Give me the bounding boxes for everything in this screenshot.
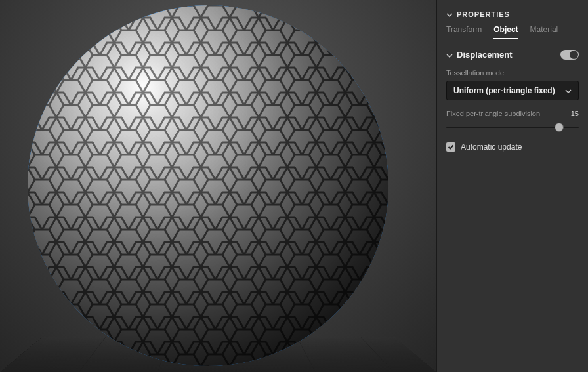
subdivision-value: 15 xyxy=(571,110,579,117)
panel-title: PROPERTIES xyxy=(457,10,510,18)
subdivision-slider[interactable] xyxy=(446,121,579,133)
properties-panel: PROPERTIES Transform Object Material Dis… xyxy=(436,0,588,372)
svg-rect-4 xyxy=(28,5,388,366)
chevron-down-icon xyxy=(565,87,572,94)
tessellation-label: Tessellation mode xyxy=(446,69,579,77)
displacement-toggle[interactable] xyxy=(560,50,579,60)
tab-transform[interactable]: Transform xyxy=(446,25,482,39)
slider-thumb[interactable] xyxy=(555,123,564,132)
tessellation-mode-select[interactable]: Uniform (per-triangle fixed) xyxy=(446,81,579,100)
subdivision-row: Fixed per-triangle subdivision 15 xyxy=(446,110,579,117)
automatic-update-checkbox[interactable]: Automatic update xyxy=(446,142,579,152)
select-value: Uniform (per-triangle fixed) xyxy=(453,86,555,95)
viewport-3d[interactable] xyxy=(0,0,436,372)
displacement-section-header[interactable]: Displacement xyxy=(446,50,579,60)
checkbox-box xyxy=(446,142,455,152)
subdivision-label: Fixed per-triangle subdivision xyxy=(446,110,540,117)
panel-header[interactable]: PROPERTIES xyxy=(446,10,579,18)
chevron-down-icon xyxy=(446,52,453,58)
tab-object[interactable]: Object xyxy=(494,25,518,39)
property-tabs: Transform Object Material xyxy=(446,25,579,39)
chevron-down-icon xyxy=(446,11,453,18)
section-label: Displacement xyxy=(457,50,513,60)
tab-material[interactable]: Material xyxy=(530,25,558,39)
checkbox-label: Automatic update xyxy=(461,142,522,152)
hex-displacement-pattern xyxy=(28,5,388,366)
selected-sphere[interactable] xyxy=(28,5,388,366)
